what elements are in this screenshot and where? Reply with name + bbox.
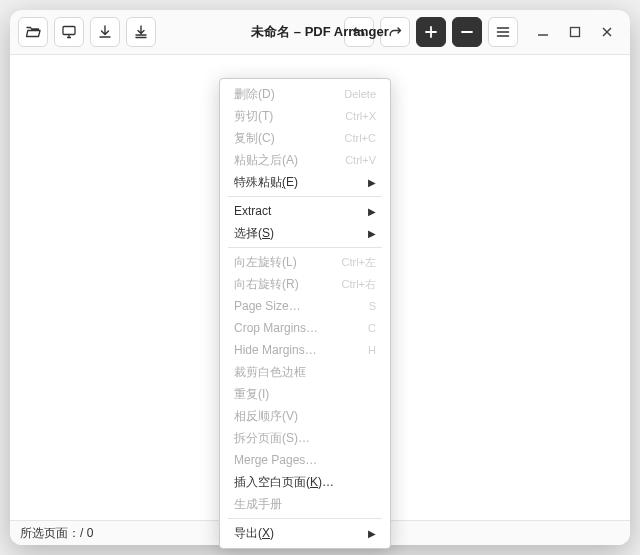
menu-item-label: 删除(D) — [234, 86, 344, 103]
menu-item-label: Merge Pages… — [234, 453, 376, 467]
menu-item: 向左旋转(L)Ctrl+左 — [220, 251, 390, 273]
menu-item: 粘贴之后(A)Ctrl+V — [220, 149, 390, 171]
menu-item-label: Page Size… — [234, 299, 369, 313]
menu-item[interactable]: Extract▶ — [220, 200, 390, 222]
menu-item[interactable]: 导出(X)▶ — [220, 522, 390, 544]
chevron-right-icon: ▶ — [368, 528, 376, 539]
zoom-out-button[interactable] — [452, 17, 482, 47]
menu-item-label: 裁剪白色边框 — [234, 364, 376, 381]
menu-item-label: 粘贴之后(A) — [234, 152, 345, 169]
toolbar-left — [18, 17, 156, 47]
menu-item-accel: Ctrl+V — [345, 154, 376, 166]
menu-item-label: Hide Margins… — [234, 343, 368, 357]
status-selected-label: 所选页面： — [20, 525, 80, 542]
menu-separator — [228, 196, 382, 197]
menu-item-label: 生成手册 — [234, 496, 376, 513]
maximize-button[interactable] — [566, 23, 584, 41]
saveas-button[interactable] — [126, 17, 156, 47]
minimize-icon — [537, 26, 549, 38]
toolbar-right — [344, 17, 410, 47]
menu-item-label: Crop Margins… — [234, 321, 368, 335]
context-menu: 删除(D)Delete剪切(T)Ctrl+X复制(C)Ctrl+C粘贴之后(A)… — [219, 78, 391, 549]
menu-item-label: 向右旋转(R) — [234, 276, 341, 293]
download-icon — [97, 24, 113, 40]
menu-item-label: 向左旋转(L) — [234, 254, 341, 271]
menu-item: Hide Margins…H — [220, 339, 390, 361]
menu-item-label: 插入空白页面(K)… — [234, 474, 376, 491]
menu-item: 剪切(T)Ctrl+X — [220, 105, 390, 127]
chevron-right-icon: ▶ — [368, 228, 376, 239]
menu-item-label: 导出(X) — [234, 525, 368, 542]
menu-item-accel: S — [369, 300, 376, 312]
menu-item: 复制(C)Ctrl+C — [220, 127, 390, 149]
menu-item-label: 剪切(T) — [234, 108, 345, 125]
menu-item: 生成手册 — [220, 493, 390, 515]
menu-item: Crop Margins…C — [220, 317, 390, 339]
plus-icon — [424, 25, 438, 39]
minus-icon — [460, 25, 474, 39]
menu-item: 删除(D)Delete — [220, 83, 390, 105]
close-icon — [601, 26, 613, 38]
menu-item-label: 重复(I) — [234, 386, 376, 403]
minimize-button[interactable] — [534, 23, 552, 41]
menu-item-label: 复制(C) — [234, 130, 345, 147]
window-controls — [534, 23, 616, 41]
menu-item-accel: Ctrl+右 — [341, 277, 376, 292]
menu-item-accel: Delete — [344, 88, 376, 100]
menu-item: 相反顺序(V) — [220, 405, 390, 427]
toolbar-zoom — [416, 17, 482, 47]
main-menu-button[interactable] — [488, 17, 518, 47]
menu-item[interactable]: 选择(S)▶ — [220, 222, 390, 244]
svg-rect-0 — [63, 27, 75, 35]
menu-separator — [228, 518, 382, 519]
zoom-in-button[interactable] — [416, 17, 446, 47]
menu-item-accel: Ctrl+左 — [341, 255, 376, 270]
menu-item-accel: Ctrl+C — [345, 132, 376, 144]
undo-icon — [351, 24, 367, 40]
redo-icon — [387, 24, 403, 40]
menu-item: 重复(I) — [220, 383, 390, 405]
menu-item-accel: H — [368, 344, 376, 356]
menu-item-label: 特殊粘贴(E) — [234, 174, 368, 191]
menu-item: 向右旋转(R)Ctrl+右 — [220, 273, 390, 295]
hamburger-icon — [495, 24, 511, 40]
open-button[interactable] — [18, 17, 48, 47]
maximize-icon — [569, 26, 581, 38]
chevron-right-icon: ▶ — [368, 177, 376, 188]
svg-rect-1 — [571, 28, 580, 37]
menu-item[interactable]: 插入空白页面(K)… — [220, 471, 390, 493]
menu-item-accel: C — [368, 322, 376, 334]
close-button[interactable] — [598, 23, 616, 41]
titlebar: 未命名 – PDF Arranger — [10, 10, 630, 54]
menu-item-label: Extract — [234, 204, 368, 218]
menu-item[interactable]: 特殊粘贴(E)▶ — [220, 171, 390, 193]
menu-item: Page Size…S — [220, 295, 390, 317]
undo-button[interactable] — [344, 17, 374, 47]
menu-item-label: 选择(S) — [234, 225, 368, 242]
menu-item: 拆分页面(S)… — [220, 427, 390, 449]
download-bar-icon — [133, 24, 149, 40]
folder-open-icon — [25, 24, 41, 40]
menu-item-label: 拆分页面(S)… — [234, 430, 376, 447]
menu-item: 裁剪白色边框 — [220, 361, 390, 383]
menu-item: Merge Pages… — [220, 449, 390, 471]
status-selected-value: / 0 — [80, 526, 93, 540]
menu-item-label: 相反顺序(V) — [234, 408, 376, 425]
menu-item-accel: Ctrl+X — [345, 110, 376, 122]
menu-separator — [228, 247, 382, 248]
chevron-right-icon: ▶ — [368, 206, 376, 217]
save-button[interactable] — [90, 17, 120, 47]
redo-button[interactable] — [380, 17, 410, 47]
import-button[interactable] — [54, 17, 84, 47]
monitor-import-icon — [61, 24, 77, 40]
